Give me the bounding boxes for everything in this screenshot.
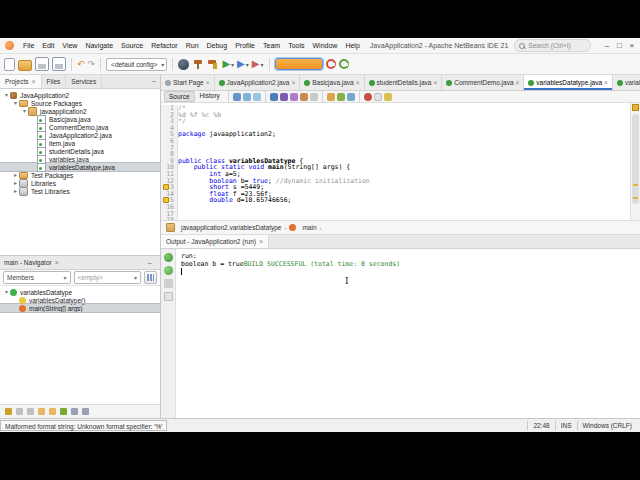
previous-bookmark-icon[interactable] <box>310 93 318 101</box>
show-non-public-icon[interactable] <box>38 408 45 415</box>
close-icon[interactable]: × <box>604 79 608 86</box>
tree-toggle-icon[interactable]: ▾ <box>12 99 19 107</box>
code-line[interactable]: 16 <box>161 204 631 211</box>
error-stripe[interactable] <box>630 103 640 220</box>
forward-icon[interactable] <box>253 93 261 101</box>
panel-tab-projects[interactable]: Projects× <box>0 75 42 88</box>
menu-team[interactable]: Team <box>259 42 284 49</box>
menu-profile[interactable]: Profile <box>231 42 259 49</box>
toggle-highlight-icon[interactable] <box>300 93 308 101</box>
maximize-button[interactable]: □ <box>613 38 625 53</box>
menu-tools[interactable]: Tools <box>284 42 308 49</box>
project-tree-item[interactable]: item.java <box>0 139 160 147</box>
memory-usage-widget[interactable] <box>275 58 323 70</box>
editor-tab-start-page[interactable]: Start Page× <box>161 75 215 90</box>
project-tree-item[interactable]: ▾javaapplication2 <box>0 107 160 115</box>
debug-project-button[interactable]: ▶ <box>237 58 245 70</box>
chevron-down-icon[interactable]: ▾ <box>261 61 264 68</box>
minimize-panel-icon[interactable]: – <box>144 257 156 269</box>
project-tree-item[interactable]: Basicjava.java <box>0 115 160 123</box>
editor-view-tab-history[interactable]: History <box>196 91 224 100</box>
editor-scrollbar-thumb[interactable] <box>632 114 639 204</box>
close-icon[interactable]: × <box>433 79 437 86</box>
output-text[interactable]: run:boolean b = trueBUILD SUCCESSFUL (to… <box>176 249 640 418</box>
navigator-tree-item[interactable]: main(String[] args) <box>0 304 160 312</box>
chevron-down-icon[interactable]: ▾ <box>246 61 249 68</box>
close-icon[interactable]: × <box>291 79 295 86</box>
navigator-view-button[interactable] <box>144 271 157 284</box>
editor-view-tab-source[interactable]: Source <box>164 91 195 102</box>
profile-project-button[interactable]: ▶ <box>252 58 260 70</box>
undo-button[interactable]: ↶ <box>77 58 85 70</box>
menu-source[interactable]: Source <box>117 42 147 49</box>
deploy-button[interactable] <box>178 59 189 70</box>
navigator-tree-item[interactable]: variablesDatatype() <box>0 296 160 304</box>
tree-toggle-icon[interactable]: ▾ <box>3 288 10 296</box>
rerun-button[interactable] <box>164 253 173 262</box>
uncomment-icon[interactable] <box>384 93 392 101</box>
tree-toggle-icon[interactable]: ▸ <box>12 179 19 187</box>
warning-stripe-mark[interactable] <box>633 197 638 199</box>
panel-tab-files[interactable]: Files <box>42 75 67 88</box>
garbage-collect-2-icon[interactable] <box>339 59 349 69</box>
menu-window[interactable]: Window <box>308 42 341 49</box>
menu-run[interactable]: Run <box>182 42 203 49</box>
open-project-button[interactable] <box>18 60 32 71</box>
project-tree-item[interactable]: JavaApplication2.java <box>0 131 160 139</box>
back-icon[interactable] <box>243 93 251 101</box>
menu-debug[interactable]: Debug <box>203 42 232 49</box>
tree-toggle-icon[interactable]: ▾ <box>21 107 28 115</box>
redo-button[interactable]: ↷ <box>88 58 96 70</box>
output-tab[interactable]: Output - JavaApplication2 (run) × <box>161 235 269 248</box>
clean-build-button[interactable] <box>207 58 219 70</box>
code-line[interactable]: 7 <box>161 145 631 152</box>
code-line[interactable]: 15 double d=10.65746656; <box>161 197 631 204</box>
show-fields-icon[interactable] <box>16 408 23 415</box>
project-tree-item[interactable]: CommentDemo.java <box>0 123 160 131</box>
warning-stripe-mark[interactable] <box>633 184 638 186</box>
find-next-icon[interactable] <box>290 93 298 101</box>
code-line[interactable]: 6 <box>161 138 631 145</box>
new-file-button[interactable] <box>4 58 15 71</box>
code-line[interactable]: 1/* <box>161 105 631 112</box>
breadcrumb-item[interactable]: javaapplication2.variablesDatatype <box>181 224 281 231</box>
garbage-collect-icon[interactable] <box>326 59 336 69</box>
menu-file[interactable]: File <box>19 42 38 49</box>
editor-tab-javaapplication2-java[interactable]: JavaApplication2.java× <box>215 75 301 90</box>
tree-toggle-icon[interactable]: ▸ <box>12 187 19 195</box>
last-edit-icon[interactable] <box>233 93 241 101</box>
panel-tab-services[interactable]: Services <box>66 75 102 88</box>
code-line[interactable]: 5package javaapplication2; <box>161 131 631 138</box>
code-line[interactable]: 2%d %f %c %b <box>161 112 631 119</box>
clear-output-button[interactable] <box>164 292 173 301</box>
menu-edit[interactable]: Edit <box>38 42 58 49</box>
close-icon[interactable]: × <box>259 238 263 245</box>
editor-tab-commentdemo-java[interactable]: CommentDemo.java× <box>442 75 524 90</box>
project-tree-item[interactable]: ▸Libraries <box>0 179 160 187</box>
rerun-with-options-button[interactable] <box>164 266 173 275</box>
chevron-down-icon[interactable]: ▾ <box>231 61 234 68</box>
save-all-button[interactable] <box>35 57 49 71</box>
quick-search-input[interactable]: Search (Ctrl+I) <box>514 39 591 52</box>
fully-qualified-names-icon[interactable] <box>71 408 78 415</box>
sort-by-name-icon[interactable] <box>49 408 56 415</box>
project-tree-item[interactable]: ▾Source Packages <box>0 99 160 107</box>
navigator-header[interactable]: main - Navigator × – <box>0 255 160 270</box>
run-project-button[interactable]: ▶ <box>222 58 230 70</box>
config-combobox[interactable]: <default config> ▾ <box>106 58 167 71</box>
close-icon[interactable]: × <box>55 259 59 266</box>
close-icon[interactable]: × <box>31 78 35 85</box>
menu-view[interactable]: View <box>58 42 81 49</box>
members-combobox[interactable]: Members ▾ <box>3 271 71 284</box>
minimize-button[interactable]: – <box>601 38 613 53</box>
show-static-members-icon[interactable] <box>27 408 34 415</box>
comment-icon[interactable] <box>374 93 382 101</box>
expand-all-icon[interactable] <box>82 408 89 415</box>
save-all-2-button[interactable] <box>52 57 66 71</box>
code-line[interactable]: 18 <box>161 217 631 220</box>
editor-tab-variables-java[interactable]: variables.java× <box>613 75 640 90</box>
code-line[interactable]: 17 <box>161 211 631 218</box>
code-line[interactable]: 3*/ <box>161 118 631 125</box>
editor-tab-variablesdatatype-java[interactable]: variablesDatatype.java× <box>524 75 613 90</box>
minimize-panel-icon[interactable]: – <box>148 75 160 88</box>
